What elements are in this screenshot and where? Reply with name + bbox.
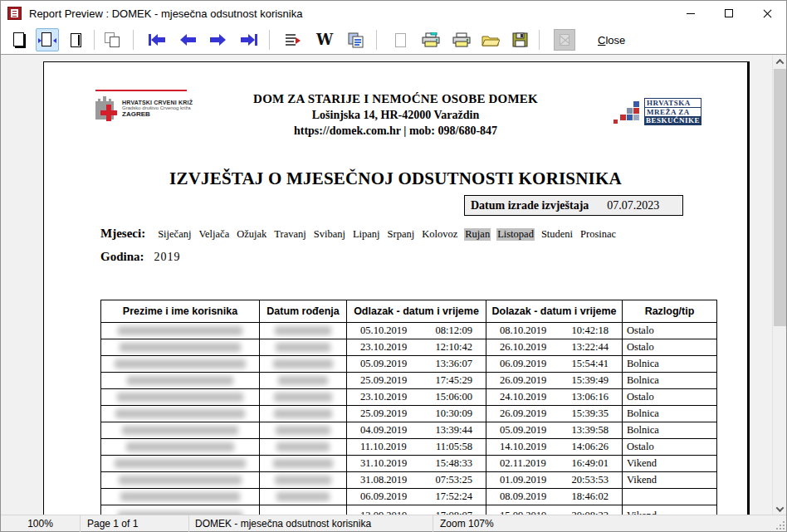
close-button[interactable]: Close bbox=[589, 31, 633, 50]
cell-reason: Ostalo bbox=[623, 439, 717, 456]
cell-arrival: 26.09.201915:39:35 bbox=[486, 406, 623, 422]
status-report-name: DOMEK - mjesečna odsutnost korisnika bbox=[189, 515, 433, 531]
cell-birthdate-redacted bbox=[260, 472, 347, 489]
table-row: 25.09.201917:45:2926.09.201915:39:49Boln… bbox=[101, 373, 717, 389]
cell-birthdate-redacted bbox=[260, 406, 347, 422]
cell-departure: 23.10.201915:06:00 bbox=[347, 389, 486, 406]
table-row: 05.10.201908:12:0908.10.201910:42:18Osta… bbox=[101, 323, 717, 339]
export-image-button[interactable] bbox=[553, 28, 576, 51]
cell-birthdate-redacted bbox=[260, 456, 347, 472]
chevron-down-icon bbox=[776, 504, 785, 512]
organization-contact: https://domek.com.hr | mob: 098/680-847 bbox=[44, 124, 747, 138]
save-report-button[interactable] bbox=[508, 28, 531, 51]
report-preview-window: Report Preview : DOMEK - mjesečna odsutn… bbox=[0, 0, 787, 532]
multiple-pages-icon bbox=[105, 32, 121, 47]
scroll-up-button[interactable] bbox=[773, 55, 786, 69]
page-width-button[interactable] bbox=[64, 28, 87, 51]
cell-name-redacted bbox=[101, 439, 260, 456]
mosaic-triangle-icon bbox=[613, 100, 642, 124]
last-page-button[interactable] bbox=[237, 28, 261, 51]
report-date-box: Datum izrade izvještaja 07.07.2023 bbox=[464, 195, 683, 216]
previous-page-icon bbox=[178, 33, 197, 46]
month-item: Kolovoz bbox=[421, 228, 458, 241]
save-diskette-icon bbox=[512, 32, 528, 47]
next-page-button[interactable] bbox=[207, 28, 230, 51]
cell-departure: 06.09.201917:52:24 bbox=[347, 489, 486, 505]
cell-reason: Bolnica bbox=[623, 406, 717, 422]
cell-name-redacted bbox=[101, 389, 260, 406]
multiple-pages-button[interactable] bbox=[101, 28, 125, 51]
print-setup-button[interactable] bbox=[419, 28, 442, 51]
month-item: Srpanj bbox=[387, 228, 416, 241]
right-logo-line3: BESKUĆNIKE bbox=[644, 116, 701, 125]
cell-birthdate-redacted bbox=[260, 323, 347, 339]
cell-departure: 25.09.201917:45:29 bbox=[347, 373, 486, 389]
close-window-button[interactable] bbox=[748, 1, 786, 26]
cell-name-redacted bbox=[101, 323, 260, 339]
col-header-reason: Razlog/tip bbox=[623, 300, 717, 323]
minimize-button[interactable] bbox=[672, 1, 710, 26]
status-zoom: Zoom 107% bbox=[433, 515, 494, 531]
toolbar: W bbox=[1, 26, 786, 54]
cell-arrival: 26.10.201913:22:44 bbox=[486, 339, 623, 356]
month-item: Lipanj bbox=[352, 228, 381, 241]
search-binoculars-icon: W bbox=[316, 32, 333, 47]
export-image-icon bbox=[554, 29, 575, 51]
cell-reason: Ostalo bbox=[623, 323, 717, 339]
month-item: Svibanj bbox=[313, 228, 346, 241]
cell-arrival: 08.10.201910:42:18 bbox=[486, 323, 623, 339]
print-button[interactable] bbox=[450, 28, 473, 51]
cell-birthdate-redacted bbox=[260, 422, 347, 439]
copy-page-button[interactable] bbox=[345, 28, 368, 51]
cell-reason: Vikend bbox=[623, 472, 717, 489]
toolbar-separator bbox=[539, 30, 540, 50]
toolbar-separator bbox=[94, 30, 95, 50]
status-bar: 100% Page 1 of 1 DOMEK - mjesečna odsutn… bbox=[1, 515, 786, 531]
whole-page-button[interactable] bbox=[7, 28, 31, 51]
month-item: Travanj bbox=[273, 228, 306, 241]
table-row: 31.10.201915:48:3302.11.201916:49:01Vike… bbox=[101, 456, 717, 472]
chevron-up-icon bbox=[776, 59, 785, 67]
cell-name-redacted bbox=[101, 406, 260, 422]
report-date-label: Datum izrade izvještaja bbox=[471, 199, 589, 212]
cell-departure: 04.09.201913:39:44 bbox=[347, 422, 486, 439]
maximize-icon bbox=[725, 9, 733, 17]
month-item: Studeni bbox=[540, 228, 574, 241]
cell-arrival: 24.10.201913:06:16 bbox=[486, 389, 623, 406]
fit-page-width-button[interactable] bbox=[36, 28, 59, 51]
resize-grip[interactable] bbox=[776, 521, 785, 530]
cell-name-redacted bbox=[101, 456, 260, 472]
status-scale: 100% bbox=[1, 515, 80, 531]
table-row: 23.10.201912:10:4226.10.201913:22:44Osta… bbox=[101, 339, 717, 356]
cell-departure: 23.10.201912:10:42 bbox=[347, 339, 486, 356]
homeless-network-logo: HRVATSKA MREŽA ZA BESKUĆNIKE bbox=[613, 98, 701, 125]
right-logo-line2: MREŽA ZA bbox=[644, 107, 701, 116]
print-icon bbox=[452, 32, 471, 47]
month-item: Listopad bbox=[496, 228, 535, 241]
vertical-scrollbar[interactable] bbox=[772, 55, 786, 516]
first-page-button[interactable] bbox=[145, 28, 169, 51]
open-report-button[interactable] bbox=[479, 28, 502, 51]
table-row: 06.09.201917:52:2408.09.201918:46:02 bbox=[101, 489, 717, 505]
month-item: Veljača bbox=[198, 228, 230, 241]
months-list: SiječanjVeljačaOžujakTravanjSvibanjLipan… bbox=[157, 228, 623, 241]
close-icon bbox=[763, 9, 772, 18]
previous-page-button[interactable] bbox=[176, 28, 199, 51]
year-value: 2019 bbox=[154, 251, 181, 264]
cell-reason: Ostalo bbox=[623, 339, 717, 356]
status-page: Page 1 of 1 bbox=[81, 515, 188, 531]
minimize-icon bbox=[687, 13, 695, 14]
cell-birthdate-redacted bbox=[260, 356, 347, 373]
search-button[interactable]: W bbox=[313, 28, 336, 51]
maximize-button[interactable] bbox=[710, 1, 748, 26]
month-item: Rujan bbox=[464, 228, 491, 241]
scrollbar-thumb[interactable] bbox=[774, 69, 786, 326]
cell-arrival: 26.09.201915:39:49 bbox=[486, 373, 623, 389]
new-page-button[interactable] bbox=[389, 28, 412, 51]
col-header-arrival: Dolazak - datum i vrijeme bbox=[486, 300, 623, 323]
cell-name-redacted bbox=[101, 422, 260, 439]
goto-page-button[interactable] bbox=[281, 28, 305, 51]
new-page-icon bbox=[395, 33, 406, 47]
table-row: 05.09.201913:36:0706.09.201915:54:41Boln… bbox=[101, 356, 717, 373]
cell-arrival: 06.09.201915:54:41 bbox=[486, 356, 623, 373]
